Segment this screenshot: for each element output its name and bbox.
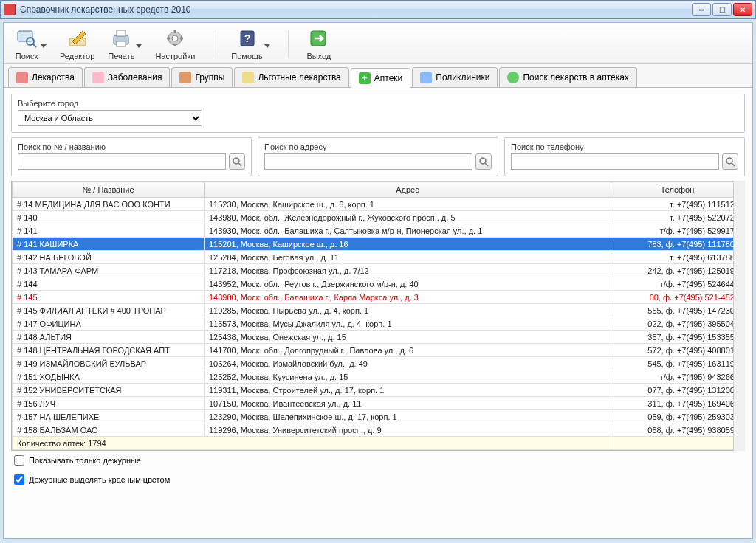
table-row[interactable]: # 152 УНИВЕРСИТЕТСКАЯ119311, Москва, Стр… xyxy=(13,384,744,397)
print-icon xyxy=(109,27,134,49)
search-icon xyxy=(14,27,39,49)
col-name[interactable]: № / Название xyxy=(13,182,205,198)
table-row[interactable]: # 142 НА БЕГОВОЙ125284, Москва, Беговая … xyxy=(13,251,744,264)
app-icon xyxy=(4,4,16,15)
pharmacy-grid: № / Название Адрес Телефон # 14 МЕДИЦИНА… xyxy=(11,181,745,451)
svg-line-21 xyxy=(732,163,735,166)
close-button[interactable]: ✕ xyxy=(733,3,752,16)
help-button[interactable]: ? Помощь xyxy=(231,27,263,60)
gear-icon xyxy=(162,27,188,49)
table-row[interactable]: # 143 ТАМАРА-ФАРМ117218, Москва, Профсою… xyxy=(13,264,744,277)
svg-line-19 xyxy=(485,163,488,166)
chevron-down-icon[interactable] xyxy=(136,44,142,50)
exit-icon xyxy=(306,27,331,49)
person-icon xyxy=(92,72,104,83)
titlebar: Справочник лекарственных средств 2010 ━ … xyxy=(0,0,756,19)
table-row[interactable]: # 151 ХОДЫНКА125252, Москва, Куусинена у… xyxy=(13,370,744,384)
svg-rect-5 xyxy=(117,30,126,36)
main-toolbar: Поиск Редактор Печать Настройки xyxy=(4,23,752,64)
table-row[interactable]: # 158 БАЛЬЗАМ ОАО119296, Москва, Универс… xyxy=(13,423,744,437)
plus-icon: + xyxy=(359,72,371,84)
print-button[interactable]: Печать xyxy=(108,27,134,60)
editor-icon xyxy=(65,27,90,49)
table-row[interactable]: # 149 ИЗМАЙЛОВСКИЙ БУЛЬВАР105264, Москва… xyxy=(13,357,744,370)
exit-button[interactable]: Выход xyxy=(306,27,331,60)
magnifier-icon xyxy=(232,156,242,167)
search-number-input[interactable] xyxy=(18,153,226,170)
city-label: Выберите город xyxy=(18,99,738,108)
table-row[interactable]: # 145143900, Моск. обл., Балашиха г., Ка… xyxy=(13,291,744,304)
search-number-button[interactable] xyxy=(229,153,245,170)
svg-point-8 xyxy=(172,35,178,41)
col-phone[interactable]: Телефон xyxy=(611,182,744,198)
search-by-address: Поиск по адресу xyxy=(258,137,498,176)
tab-bar: Лекарства Заболевания Группы Льготные ле… xyxy=(4,64,752,88)
svg-point-16 xyxy=(233,158,239,164)
col-address[interactable]: Адрес xyxy=(205,182,611,198)
search-by-phone: Поиск по телефону xyxy=(504,137,745,176)
search-address-button[interactable] xyxy=(475,153,492,170)
table-row[interactable]: # 147 ОФИЦИНА115573, Москва, Мусы Джалил… xyxy=(13,317,744,331)
grid-footer: Количество аптек: 1794 xyxy=(13,437,744,450)
maximize-button[interactable]: ☐ xyxy=(712,3,732,16)
magnifier-icon xyxy=(478,156,489,167)
minimize-button[interactable]: ━ xyxy=(692,3,711,16)
editor-button[interactable]: Редактор xyxy=(60,27,94,60)
search-button[interactable]: Поиск xyxy=(14,27,39,60)
svg-point-20 xyxy=(726,158,732,164)
table-row[interactable]: # 145 ФИЛИАЛ АПТЕКИ # 400 ТРОПАР119285, … xyxy=(13,304,744,317)
table-row[interactable]: # 148 АЛЬТИЯ125438, Москва, Онежская ул.… xyxy=(13,331,744,344)
settings-button[interactable]: Настройки xyxy=(155,27,195,60)
highlight-red-checkbox[interactable] xyxy=(14,474,24,485)
building-icon xyxy=(420,72,432,83)
svg-rect-6 xyxy=(117,41,126,46)
table-row[interactable]: # 157 НА ШЕЛЕПИХЕ123290, Москва, Шелепих… xyxy=(13,410,744,423)
count-label: Количество аптек: 1794 xyxy=(13,437,611,450)
tab-drugsearch[interactable]: Поиск лекарств в аптеках xyxy=(499,67,636,87)
svg-rect-0 xyxy=(18,31,32,41)
only-duty-checkbox[interactable] xyxy=(14,455,24,466)
box-icon xyxy=(179,72,191,83)
city-select[interactable]: Москва и Область xyxy=(18,110,202,126)
tab-discount[interactable]: Льготные лекарства xyxy=(234,67,348,87)
svg-text:?: ? xyxy=(244,32,250,44)
svg-point-18 xyxy=(480,158,486,164)
tab-pharmacies[interactable]: +Аптеки xyxy=(351,68,411,88)
highlight-red-label: Дежурные выделять красным цветом xyxy=(29,475,170,484)
table-row[interactable]: # 14 МЕДИЦИНА ДЛЯ ВАС ООО КОНТИ115230, М… xyxy=(13,198,744,211)
table-row[interactable]: # 141 КАШИРКА115201, Москва, Каширское ш… xyxy=(13,238,744,251)
tab-groups[interactable]: Группы xyxy=(171,67,233,87)
window-title: Справочник лекарственных средств 2010 xyxy=(20,4,692,15)
table-row[interactable]: # 144143952, Моск. обл., Реутов г., Дзер… xyxy=(13,277,744,291)
pill-icon xyxy=(16,72,28,83)
magnifier-icon xyxy=(725,156,735,167)
tab-drugs[interactable]: Лекарства xyxy=(8,67,83,87)
table-row[interactable]: # 140143980, Моск. обл., Железнодорожный… xyxy=(13,211,744,224)
search-by-number: Поиск по № / названию xyxy=(11,137,252,176)
chevron-down-icon[interactable] xyxy=(41,44,47,50)
search-phone-input[interactable] xyxy=(511,153,719,170)
svg-line-17 xyxy=(238,163,241,166)
note-icon xyxy=(242,72,254,83)
chevron-down-icon[interactable] xyxy=(264,44,270,50)
svg-line-2 xyxy=(32,44,36,47)
table-row[interactable]: # 141143930, Моск. обл., Балашиха г., Са… xyxy=(13,224,744,238)
tab-diseases[interactable]: Заболевания xyxy=(84,67,171,87)
tab-clinics[interactable]: Поликлиники xyxy=(412,67,498,87)
only-duty-label: Показывать только дежурные xyxy=(29,456,141,465)
globe-icon xyxy=(507,72,519,83)
table-row[interactable]: # 156 ЛУЧ107150, Москва, Ивантеевская ул… xyxy=(13,397,744,410)
city-filter: Выберите город Москва и Область xyxy=(11,94,745,133)
search-address-input[interactable] xyxy=(264,153,472,170)
table-row[interactable]: # 148 ЦЕНТРАЛЬНАЯ ГОРОДСКАЯ АПТ141700, М… xyxy=(13,344,744,357)
search-phone-button[interactable] xyxy=(722,153,738,170)
vertical-scrollbar[interactable] xyxy=(733,181,745,451)
help-icon: ? xyxy=(235,27,260,49)
